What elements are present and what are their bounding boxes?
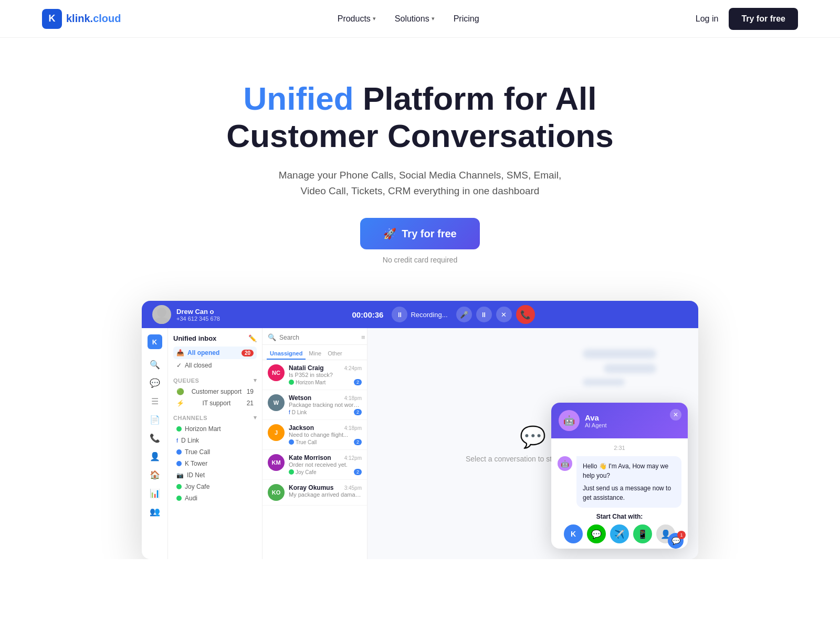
queue-icon: 🟢 <box>176 388 184 395</box>
try-for-free-nav-button[interactable]: Try for free <box>729 8 798 30</box>
main-conversation-area: 💬 Select a conversation to start messagi… <box>368 328 698 559</box>
home-icon[interactable]: 🏠 <box>150 470 160 480</box>
pause-icon[interactable]: ⏸ <box>392 307 407 322</box>
klink-icon: K <box>571 530 576 538</box>
nav-solutions[interactable]: Solutions ▾ <box>395 14 435 24</box>
notification-badge: 1 <box>677 531 686 539</box>
end-call-button[interactable]: 📞 <box>516 305 535 324</box>
search-icon[interactable]: 🔍 <box>150 360 160 370</box>
message-item[interactable]: KO Koray Okumus 3:45pm My package arrive… <box>262 480 367 506</box>
channel-d-link[interactable]: f D Link <box>173 435 257 446</box>
team-icon[interactable]: 👥 <box>150 507 160 517</box>
message-content: Jackson 4:18pm Need to change flight... … <box>289 424 362 445</box>
channel-joy-cafe[interactable]: Joy Cafe <box>173 481 257 492</box>
channel-dot <box>176 461 182 466</box>
notification-button[interactable]: 💬 1 <box>668 533 684 549</box>
recording-indicator: ⏸ Recording... <box>392 307 447 322</box>
start-chat-label: Start Chat with: <box>558 513 681 520</box>
conversations-title: Unified inbox ✏️ <box>173 334 257 342</box>
message-content: Wetson 4:18pm Package tracking not worki… <box>289 394 362 415</box>
message-item[interactable]: J Jackson 4:18pm Need to change flight..… <box>262 420 367 450</box>
nav-products[interactable]: Products ▾ <box>338 14 376 24</box>
dashboard-shell: Drew Can o +34 612 345 678 00:00:36 ⏸ Re… <box>142 301 698 559</box>
phone-sidebar-icon[interactable]: 📞 <box>150 433 160 443</box>
whatsapp-icon: 📱 <box>637 529 648 539</box>
instagram-icon: 📷 <box>176 472 184 479</box>
hero-section: Unified Platform for All Customer Conver… <box>0 38 840 285</box>
svg-point-1 <box>154 317 169 324</box>
telegram-channel-button[interactable]: ✈️ <box>610 524 629 543</box>
svg-point-0 <box>157 308 166 317</box>
contact-avatar: KM <box>268 454 285 471</box>
hero-subtitle: Manage your Phone Calls, Social Media Ch… <box>273 167 567 200</box>
queue-customer-support[interactable]: 🟢 Customer support 19 <box>173 386 257 397</box>
filter-icon[interactable]: ≡ <box>361 333 365 341</box>
message-item[interactable]: NC Natali Craig 4:24pm Is P352 in stock?… <box>262 360 367 390</box>
list-icon[interactable]: ☰ <box>151 396 159 406</box>
whatsapp-channel-button[interactable]: 📱 <box>633 524 652 543</box>
file-icon[interactable]: 📄 <box>150 415 160 425</box>
chevron-down-icon: ▾ <box>373 15 376 22</box>
transfer-icon[interactable]: ✕ <box>496 307 512 322</box>
channel-audi[interactable]: Audi <box>173 492 257 504</box>
search-input[interactable] <box>279 334 358 341</box>
ai-bubble-avatar: 🤖 <box>558 456 572 471</box>
blur-bubble <box>604 364 656 373</box>
sidebar-logo: K <box>148 334 162 349</box>
klink-channel-button[interactable]: K <box>564 524 583 543</box>
check-icon: ✓ <box>176 362 182 369</box>
tab-unassigned[interactable]: Unassigned <box>267 348 306 360</box>
chat-icon[interactable]: 💬 <box>150 378 160 388</box>
dashboard-topbar: Drew Can o +34 612 345 678 00:00:36 ⏸ Re… <box>142 301 698 328</box>
contact-avatar: NC <box>268 364 285 381</box>
hold-icon[interactable]: ⏸ <box>476 307 492 322</box>
line-icon: 💬 <box>591 529 602 539</box>
all-opened-item[interactable]: 📥 All opened 20 <box>173 346 257 359</box>
rocket-icon: 🚀 <box>383 227 396 240</box>
nav-right: Log in Try for free <box>696 8 798 30</box>
channel-true-call[interactable]: True Call <box>173 446 257 458</box>
user-icon[interactable]: 👤 <box>150 452 160 461</box>
inbox-icon: 📥 <box>176 349 184 356</box>
ai-channel-buttons: K 💬 ✈️ 📱 👤 <box>558 524 681 543</box>
dashboard-preview: Drew Can o +34 612 345 678 00:00:36 ⏸ Re… <box>131 301 709 559</box>
ai-chat-widget: 🤖 Ava AI Agent ✕ 2:31 🤖 Hello 👋 I'm Ava <box>551 403 688 549</box>
login-button[interactable]: Log in <box>696 14 719 24</box>
collapse-icon[interactable]: ▾ <box>254 377 257 384</box>
queue-it-support[interactable]: ⚡ IT support 21 <box>173 397 257 409</box>
close-widget-button[interactable]: ✕ <box>670 409 681 421</box>
logo-text: klink.cloud <box>66 13 121 25</box>
contact-avatar: W <box>268 394 285 411</box>
user-info: Drew Can o +34 612 345 678 <box>176 308 220 322</box>
channel-dot <box>176 496 182 501</box>
edit-icon[interactable]: ✏️ <box>248 334 257 342</box>
channel-dot <box>289 439 294 445</box>
tab-mine[interactable]: Mine <box>306 348 324 360</box>
mute-icon[interactable]: 🎤 <box>456 307 472 322</box>
channel-dot <box>176 484 182 489</box>
queues-section: Queues ▾ <box>173 377 257 384</box>
logo[interactable]: K klink.cloud <box>42 9 121 29</box>
ai-avatar: 🤖 <box>559 410 580 431</box>
call-action-buttons: 🎤 ⏸ ✕ 📞 <box>456 305 535 324</box>
search-icon: 🔍 <box>268 333 276 341</box>
messages-search-header: 🔍 ≡ <box>262 328 367 345</box>
channel-k-tower[interactable]: K Tower <box>173 458 257 469</box>
chart-icon[interactable]: 📊 <box>150 488 160 498</box>
message-item[interactable]: KM Kate Morrison 4:12pm Order not receiv… <box>262 450 367 480</box>
nav-pricing[interactable]: Pricing <box>454 14 479 24</box>
try-for-free-hero-button[interactable]: 🚀 Try for free <box>360 218 479 249</box>
collapse-channels-icon[interactable]: ▾ <box>254 414 257 421</box>
message-item[interactable]: W Wetson 4:18pm Package tracking not wor… <box>262 390 367 420</box>
all-closed-item[interactable]: ✓ All closed <box>173 359 257 372</box>
phone-icon: 📞 <box>520 310 531 320</box>
tab-other[interactable]: Other <box>324 348 345 360</box>
blur-bubble <box>583 379 625 386</box>
blur-bubble <box>583 349 656 359</box>
line-channel-button[interactable]: 💬 <box>587 524 606 543</box>
logo-icon: K <box>42 9 62 29</box>
ai-widget-header: 🤖 Ava AI Agent ✕ <box>551 403 688 438</box>
ai-message-bubble: 🤖 Hello 👋 I'm Ava, How may we help you? … <box>558 456 681 508</box>
channel-id-net[interactable]: 📷 ID Net <box>173 469 257 481</box>
channel-horizon-mart[interactable]: Horizon Mart <box>173 423 257 435</box>
